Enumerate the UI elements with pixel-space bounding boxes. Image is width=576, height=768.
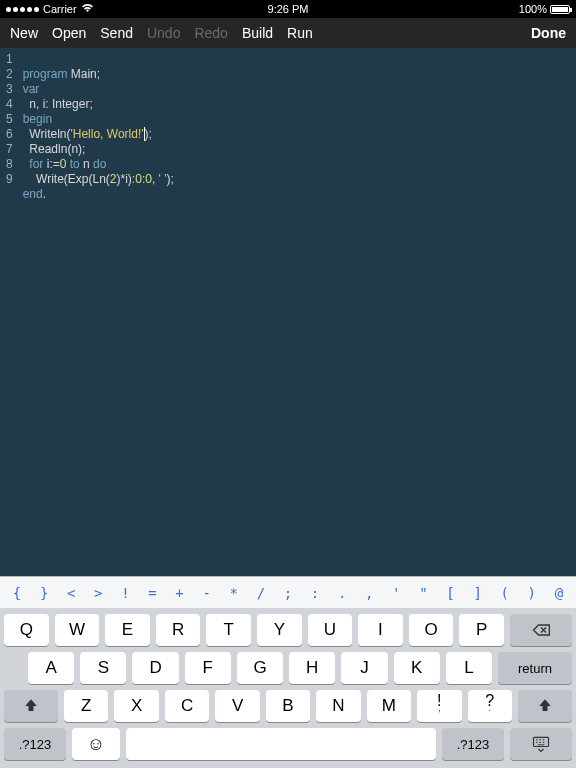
- key-f[interactable]: F: [185, 652, 231, 684]
- sym-key[interactable]: ': [385, 585, 407, 601]
- key-y[interactable]: Y: [257, 614, 302, 646]
- sym-key[interactable]: [: [440, 585, 462, 601]
- sym-key[interactable]: ): [521, 585, 543, 601]
- new-button[interactable]: New: [10, 25, 38, 41]
- key-q[interactable]: Q: [4, 614, 49, 646]
- sym-key[interactable]: ": [412, 585, 434, 601]
- build-button[interactable]: Build: [242, 25, 273, 41]
- key-e[interactable]: E: [105, 614, 150, 646]
- key-z[interactable]: Z: [64, 690, 108, 722]
- run-button[interactable]: Run: [287, 25, 313, 41]
- code-content[interactable]: program Main; var n, i: Integer; begin W…: [19, 48, 174, 576]
- key-k[interactable]: K: [394, 652, 440, 684]
- return-key[interactable]: return: [498, 652, 572, 684]
- sym-key[interactable]: /: [250, 585, 272, 601]
- carrier-label: Carrier: [43, 3, 77, 15]
- code-editor[interactable]: 123 456 789 program Main; var n, i: Inte…: [0, 48, 576, 576]
- sym-key[interactable]: -: [196, 585, 218, 601]
- key-b[interactable]: B: [266, 690, 310, 722]
- open-button[interactable]: Open: [52, 25, 86, 41]
- sym-key[interactable]: {: [6, 585, 28, 601]
- key-u[interactable]: U: [308, 614, 353, 646]
- sym-key[interactable]: <: [60, 585, 82, 601]
- sym-key[interactable]: >: [87, 585, 109, 601]
- key-p[interactable]: P: [459, 614, 504, 646]
- emoji-key[interactable]: ☺: [72, 728, 120, 760]
- key-r[interactable]: R: [156, 614, 201, 646]
- key-i[interactable]: I: [358, 614, 403, 646]
- numbers-key-left[interactable]: .?123: [4, 728, 66, 760]
- sym-key[interactable]: }: [33, 585, 55, 601]
- key-o[interactable]: O: [409, 614, 454, 646]
- undo-button[interactable]: Undo: [147, 25, 180, 41]
- key-d[interactable]: D: [132, 652, 178, 684]
- key-exclaim[interactable]: !,: [417, 690, 461, 722]
- send-button[interactable]: Send: [100, 25, 133, 41]
- wifi-icon: [81, 3, 94, 15]
- battery-icon: [550, 5, 570, 14]
- backspace-key[interactable]: [510, 614, 572, 646]
- sym-key[interactable]: ;: [277, 585, 299, 601]
- key-s[interactable]: S: [80, 652, 126, 684]
- shift-key-left[interactable]: [4, 690, 58, 722]
- sym-key[interactable]: +: [169, 585, 191, 601]
- toolbar: New Open Send Undo Redo Build Run Done: [0, 18, 576, 48]
- sym-key[interactable]: ]: [467, 585, 489, 601]
- status-bar: Carrier 9:26 PM 100%: [0, 0, 576, 18]
- key-a[interactable]: A: [28, 652, 74, 684]
- line-gutter: 123 456 789: [0, 48, 19, 576]
- redo-button[interactable]: Redo: [194, 25, 227, 41]
- key-w[interactable]: W: [55, 614, 100, 646]
- key-g[interactable]: G: [237, 652, 283, 684]
- battery-percent: 100%: [519, 3, 547, 15]
- sym-key[interactable]: =: [141, 585, 163, 601]
- dismiss-keyboard-key[interactable]: [510, 728, 572, 760]
- key-v[interactable]: V: [215, 690, 259, 722]
- status-right: 100%: [519, 3, 570, 15]
- key-c[interactable]: C: [165, 690, 209, 722]
- space-key[interactable]: [126, 728, 436, 760]
- sym-key[interactable]: .: [331, 585, 353, 601]
- key-question[interactable]: ?.: [468, 690, 512, 722]
- sym-key[interactable]: !: [114, 585, 136, 601]
- numbers-key-right[interactable]: .?123: [442, 728, 504, 760]
- keyboard: Q W E R T Y U I O P A S D F G H J K L re…: [0, 608, 576, 768]
- sym-key[interactable]: @: [548, 585, 570, 601]
- symbol-row: { } < > ! = + - * / ; : . , ' " [ ] ( ) …: [0, 576, 576, 608]
- sym-key[interactable]: (: [494, 585, 516, 601]
- sym-key[interactable]: *: [223, 585, 245, 601]
- key-n[interactable]: N: [316, 690, 360, 722]
- signal-dots-icon: [6, 7, 39, 12]
- status-left: Carrier: [6, 3, 94, 15]
- key-h[interactable]: H: [289, 652, 335, 684]
- sym-key[interactable]: :: [304, 585, 326, 601]
- key-x[interactable]: X: [114, 690, 158, 722]
- key-j[interactable]: J: [341, 652, 387, 684]
- sym-key[interactable]: ,: [358, 585, 380, 601]
- key-t[interactable]: T: [206, 614, 251, 646]
- key-l[interactable]: L: [446, 652, 492, 684]
- shift-key-right[interactable]: [518, 690, 572, 722]
- done-button[interactable]: Done: [531, 25, 566, 41]
- key-m[interactable]: M: [367, 690, 411, 722]
